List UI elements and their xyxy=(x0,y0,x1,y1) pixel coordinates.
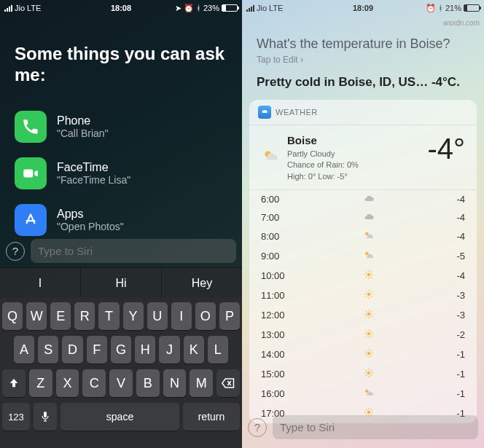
card-label: WEATHER xyxy=(276,108,318,117)
key-r[interactable]: R xyxy=(74,302,95,330)
hour-label: 11:00 xyxy=(261,290,299,301)
sun-icon xyxy=(299,309,439,321)
key-z[interactable]: Z xyxy=(29,369,52,397)
key-a[interactable]: A xyxy=(14,336,34,363)
hour-label: 13:00 xyxy=(261,329,299,340)
key-e[interactable]: E xyxy=(50,302,71,330)
key-o[interactable]: O xyxy=(195,302,216,330)
key-q[interactable]: Q xyxy=(2,302,23,330)
key-row: Z X C V B N M xyxy=(2,369,240,397)
hour-temp: -1 xyxy=(439,388,465,399)
hour-temp: -4 xyxy=(439,212,465,223)
key-row: A S D F G H J K L xyxy=(2,336,240,363)
help-button[interactable]: ? xyxy=(248,418,267,437)
partly-icon xyxy=(299,250,439,262)
key-i[interactable]: I xyxy=(171,302,192,330)
key-x[interactable]: X xyxy=(56,369,79,397)
sun-icon xyxy=(299,348,439,361)
network-label: LTE xyxy=(269,4,283,12)
key-b[interactable]: B xyxy=(136,369,160,397)
hour-row: 16:00-1 xyxy=(249,384,477,404)
hour-label: 7:00 xyxy=(261,212,299,223)
bluetooth-icon: ᚼ xyxy=(196,4,201,12)
siri-heading: Some things you can ask me: xyxy=(0,15,242,103)
hour-temp: -4 xyxy=(439,231,465,242)
current-temp: -4° xyxy=(427,134,465,182)
suggestion-phone[interactable]: Phone "Call Brian" xyxy=(0,103,242,150)
phone-icon xyxy=(15,111,47,143)
svg-rect-1 xyxy=(44,412,47,417)
key-j[interactable]: J xyxy=(159,336,179,363)
suggestion-sub: "Open Photos" xyxy=(57,221,124,232)
key-f[interactable]: F xyxy=(87,336,107,363)
signal-icon xyxy=(4,5,12,12)
key-w[interactable]: W xyxy=(26,302,47,330)
hour-temp: -1 xyxy=(439,369,465,380)
hour-row: 14:00-1 xyxy=(249,345,477,364)
key-c[interactable]: C xyxy=(82,369,106,397)
hour-label: 10:00 xyxy=(261,270,299,281)
hour-label: 6:00 xyxy=(261,194,299,205)
siri-answer: Pretty cold in Boise, ID, US… -4°C. xyxy=(242,75,484,100)
hourly-forecast: 6:00-47:00-48:00-49:00-510:00-411:00-312… xyxy=(249,190,477,423)
keyboard-predictions: I Hi Hey xyxy=(0,267,242,298)
return-key[interactable]: return xyxy=(183,403,240,431)
help-button[interactable]: ? xyxy=(6,242,25,261)
siri-text-input[interactable] xyxy=(31,239,236,263)
space-key[interactable]: space xyxy=(60,403,179,431)
key-k[interactable]: K xyxy=(184,336,204,363)
shift-key[interactable] xyxy=(2,369,26,397)
key-p[interactable]: P xyxy=(219,302,240,330)
svg-point-10 xyxy=(367,352,371,355)
siri-text-input[interactable] xyxy=(273,415,478,439)
key-t[interactable]: T xyxy=(98,302,119,330)
battery-pct: 23% xyxy=(203,4,219,12)
status-bar: Jio LTE 18:08 ➤ ⏰ ᚼ 23% xyxy=(0,0,242,15)
hour-row: 15:00-1 xyxy=(249,364,477,384)
hour-temp: -3 xyxy=(439,290,465,301)
svg-rect-0 xyxy=(23,169,33,177)
prediction[interactable]: Hi xyxy=(81,268,162,298)
key-m[interactable]: M xyxy=(190,369,213,397)
prediction[interactable]: Hey xyxy=(162,268,242,298)
hour-row: 11:00-3 xyxy=(249,286,477,305)
key-y[interactable]: Y xyxy=(123,302,144,330)
tap-to-edit[interactable]: Tap to Edit › xyxy=(242,55,484,75)
battery-icon xyxy=(464,4,480,12)
hour-row: 12:00-3 xyxy=(249,305,477,325)
keyboard: Q W E R T Y U I O P A S D F G H J K L Z … xyxy=(0,298,242,448)
hour-temp: -3 xyxy=(439,310,465,321)
prediction[interactable]: I xyxy=(0,268,81,298)
cloud-icon xyxy=(299,194,439,205)
key-n[interactable]: N xyxy=(163,369,187,397)
hour-temp: -1 xyxy=(439,349,465,360)
key-u[interactable]: U xyxy=(147,302,168,330)
dictate-key[interactable] xyxy=(34,403,57,431)
hour-label: 9:00 xyxy=(261,251,299,262)
key-d[interactable]: D xyxy=(62,336,82,363)
phone-left: Jio LTE 18:08 ➤ ⏰ ᚼ 23% Some things you … xyxy=(0,0,242,448)
key-v[interactable]: V xyxy=(109,369,133,397)
suggestion-facetime[interactable]: FaceTime "FaceTime Lisa" xyxy=(0,150,242,197)
key-g[interactable]: G xyxy=(111,336,131,363)
hour-row: 10:00-4 xyxy=(249,266,477,286)
weather-card[interactable]: WEATHER Boise Partly Cloudy Chance of Ra… xyxy=(249,100,477,423)
svg-point-8 xyxy=(367,313,371,316)
svg-point-11 xyxy=(367,372,371,375)
hour-row: 8:00-4 xyxy=(249,227,477,246)
numbers-key[interactable]: 123 xyxy=(2,403,30,431)
key-row: Q W E R T Y U I O P xyxy=(2,302,240,330)
watermark: wsxdn.com xyxy=(443,19,480,27)
key-h[interactable]: H xyxy=(135,336,155,363)
svg-point-6 xyxy=(367,273,371,277)
hour-row: 13:00-2 xyxy=(249,325,477,345)
sun-icon xyxy=(299,289,439,302)
backspace-key[interactable] xyxy=(216,369,240,397)
carrier-label: Jio xyxy=(15,4,25,12)
key-l[interactable]: L xyxy=(208,336,228,363)
hour-temp: -2 xyxy=(439,329,465,340)
siri-input-bar: ? xyxy=(242,411,484,444)
key-s[interactable]: S xyxy=(38,336,58,363)
weather-app-icon xyxy=(258,106,271,119)
hour-label: 12:00 xyxy=(261,310,299,321)
